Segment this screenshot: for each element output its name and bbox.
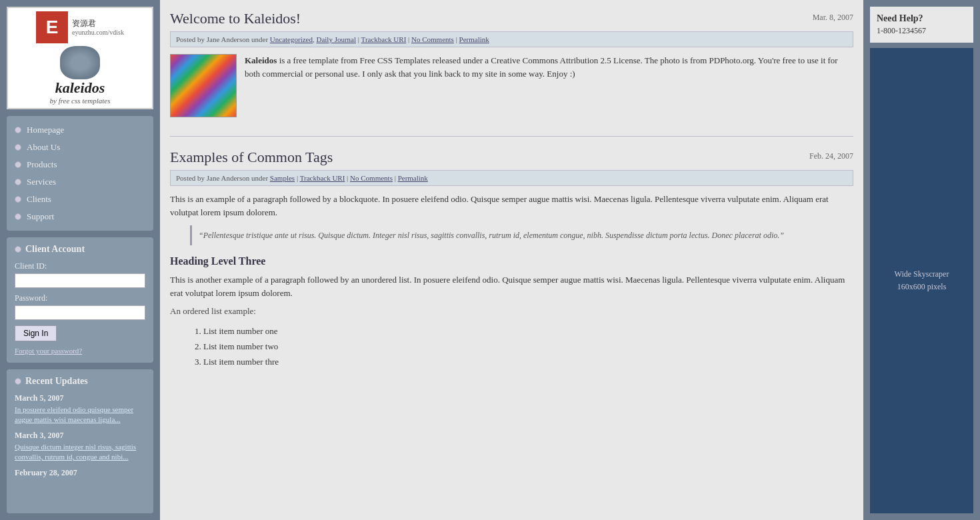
- post-1-title: Welcome to Kaleidos!: [170, 10, 853, 27]
- post-2-cat1-link[interactable]: Samples: [270, 174, 295, 182]
- nav-bullet-homepage: [15, 127, 21, 133]
- sidebar-item-support[interactable]: Support: [7, 208, 153, 225]
- nav-bullet-services: [15, 179, 21, 185]
- post-1-cat1-link[interactable]: Uncategorized: [270, 35, 313, 43]
- pdphoto-link[interactable]: PDPhoto.org: [709, 55, 754, 65]
- post-1: Mar. 8, 2007 Welcome to Kaleidos! Posted…: [170, 10, 853, 123]
- post-1-posted-by: Posted by Jane Anderson under: [176, 35, 268, 43]
- logo-url: eyunzhu.com/vdisk: [72, 29, 124, 36]
- sidebar-item-homepage[interactable]: Homepage: [7, 121, 153, 139]
- update-link-1[interactable]: In posuere eleifend odio quisque semper …: [15, 405, 145, 425]
- forgot-password-link[interactable]: Forgot your password?: [15, 347, 82, 355]
- sidebar-item-about[interactable]: About Us: [7, 139, 153, 156]
- post-2-meta: Posted by Jane Anderson under Samples | …: [170, 170, 853, 186]
- help-box: Need Help? 1-800-1234567: [870, 7, 973, 43]
- post-1-meta: Posted by Jane Anderson under Uncategori…: [170, 31, 853, 47]
- update-date-3: February 28, 2007: [15, 468, 145, 478]
- post-2-permalink-link[interactable]: Permalink: [398, 174, 428, 182]
- left-sidebar: E 资源君 eyunzhu.com/vdisk kaleidos by free…: [0, 0, 160, 520]
- post-1-body: Kaleidos is a free template from Free CS…: [170, 54, 853, 123]
- sidebar-item-label-about: About Us: [27, 142, 60, 153]
- recent-updates-panel: Recent Updates March 5, 2007 In posuere …: [7, 369, 153, 513]
- sidebar-item-label-homepage: Homepage: [27, 125, 64, 135]
- list-item-3: List item number thre: [203, 354, 853, 369]
- post-2-date: Feb. 24, 2007: [809, 151, 853, 161]
- logo-box: E 资源君 eyunzhu.com/vdisk kaleidos by free…: [7, 7, 153, 109]
- list-item-1: List item number one: [203, 323, 853, 339]
- post-2-title: Examples of Common Tags: [170, 149, 853, 166]
- password-input[interactable]: [15, 305, 145, 320]
- post-divider: [170, 136, 853, 137]
- sidebar-item-label-services: Services: [27, 177, 56, 187]
- post-1-comments-link[interactable]: No Comments: [411, 35, 454, 43]
- post-1-image: [170, 54, 237, 117]
- kaleidos-brand: Kaleidos: [245, 55, 277, 65]
- ordered-list: List item number one List item number tw…: [203, 323, 853, 370]
- free-css-templates-link[interactable]: Free CSS Templates: [360, 55, 431, 65]
- post-2-para2: This is another example of a paragraph f…: [170, 273, 853, 299]
- update-link-2[interactable]: Quisque dictum integer nisl risus, sagit…: [15, 442, 145, 463]
- post-2-comments-link[interactable]: No Comments: [350, 174, 393, 182]
- post-2-trackback-link[interactable]: Trackback URI: [300, 174, 345, 182]
- client-id-label: Client ID:: [15, 261, 145, 271]
- sidebar-item-services[interactable]: Services: [7, 173, 153, 191]
- right-sidebar: Need Help? 1-800-1234567 Wide Skyscraper…: [863, 0, 980, 520]
- post-1-permalink-link[interactable]: Permalink: [459, 35, 489, 43]
- logo-letter: E: [36, 11, 68, 43]
- site-name: kaleidos: [11, 79, 149, 97]
- sidebar-item-clients[interactable]: Clients: [7, 191, 153, 208]
- help-title: Need Help?: [877, 13, 967, 24]
- recent-updates-bullet: [15, 378, 21, 385]
- nav-bullet-products: [15, 161, 21, 168]
- post-2-body: This is an example of a paragraph follow…: [170, 193, 853, 370]
- client-account-panel: Client Account Client ID: Password: Sign…: [7, 237, 153, 363]
- recent-updates-title: Recent Updates: [15, 376, 145, 387]
- post-2-blockquote: “Pellentesque tristique ante ut risus. Q…: [190, 225, 853, 245]
- post-2-heading3: Heading Level Three: [170, 253, 853, 269]
- sidebar-item-label-support: Support: [27, 211, 54, 222]
- sidebar-item-label-clients: Clients: [27, 194, 51, 205]
- sidebar-item-label-products: Products: [27, 159, 57, 170]
- post-1-cat2-link[interactable]: Daily Journal: [316, 35, 356, 43]
- sidebar-item-products[interactable]: Products: [7, 156, 153, 173]
- password-label: Password:: [15, 293, 145, 303]
- client-id-input[interactable]: [15, 273, 145, 288]
- sign-in-button[interactable]: Sign In: [15, 325, 57, 341]
- update-date-1: March 5, 2007: [15, 393, 145, 403]
- ad-box: Wide Skyscraper160x600 pixels: [870, 48, 973, 513]
- help-phone: 1-800-1234567: [877, 26, 967, 36]
- logo-decorative-graphic: [60, 46, 100, 79]
- cc-license-link[interactable]: Creative Commons Attribution 2.5 License: [491, 55, 640, 65]
- client-account-title: Client Account: [15, 244, 145, 255]
- ordered-list-label: An ordered list example:: [170, 305, 853, 318]
- nav-bullet-clients: [15, 196, 21, 203]
- ad-text: Wide Skyscraper160x600 pixels: [895, 268, 949, 293]
- site-tagline: by free css templates: [11, 97, 149, 105]
- list-item-2: List item number two: [203, 339, 853, 354]
- post-2-posted-by: Posted by Jane Anderson under: [176, 174, 268, 182]
- post-1-date: Mar. 8, 2007: [813, 13, 853, 23]
- logo-chinese: 资源君: [72, 19, 124, 29]
- main-content: Mar. 8, 2007 Welcome to Kaleidos! Posted…: [160, 0, 863, 520]
- post-2: Feb. 24, 2007 Examples of Common Tags Po…: [170, 149, 853, 370]
- client-account-bullet: [15, 246, 21, 253]
- navigation: Homepage About Us Products Services Clie…: [7, 116, 153, 231]
- nav-bullet-support: [15, 213, 21, 220]
- logo-text: 资源君 eyunzhu.com/vdisk: [72, 19, 124, 37]
- update-date-2: March 3, 2007: [15, 431, 145, 441]
- nav-bullet-about: [15, 144, 21, 151]
- post-1-trackback-link[interactable]: Trackback URI: [361, 35, 407, 43]
- post-2-para1: This is an example of a paragraph follow…: [170, 193, 853, 219]
